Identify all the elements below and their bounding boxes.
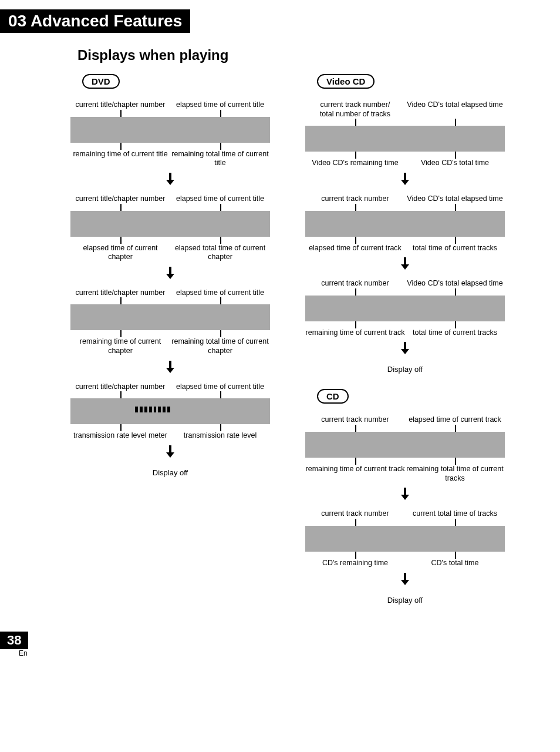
label: remaining time of current title xyxy=(70,150,170,168)
label: Video CD's total elapsed time xyxy=(405,194,505,204)
vcd-block1-bottom-labels: Video CD's remaining time Video CD's tot… xyxy=(305,159,505,168)
label: current total time of tracks xyxy=(405,509,505,519)
label: elapsed time of current title xyxy=(170,100,270,110)
section-title: Displays when playing xyxy=(77,47,560,63)
label: current track number/ total number of tr… xyxy=(305,100,405,119)
display-panel xyxy=(70,211,270,237)
down-arrow-icon xyxy=(65,266,276,284)
display-panel xyxy=(70,117,270,143)
vcd-block2-top-labels: current track number Video CD's total el… xyxy=(305,194,505,204)
label: current title/chapter number xyxy=(70,382,170,392)
down-arrow-icon xyxy=(299,572,511,590)
label: remaining total time of current tracks xyxy=(405,465,505,483)
label: current title/chapter number xyxy=(70,194,170,204)
display-panel xyxy=(305,126,505,152)
ticks xyxy=(305,237,505,244)
down-arrow-icon xyxy=(65,360,276,378)
dvd-block3-top-labels: current title/chapter number elapsed tim… xyxy=(70,288,270,298)
ticks xyxy=(70,110,270,117)
label: current track number xyxy=(305,509,405,519)
label: elapsed time of current title xyxy=(170,288,270,298)
label: current title/chapter number xyxy=(70,100,170,110)
label: elapsed time of current track xyxy=(405,415,505,425)
label: elapsed time of current chapter xyxy=(70,244,170,262)
label: current track number xyxy=(305,279,405,288)
content-columns: DVD current title/chapter number elapsed… xyxy=(0,74,560,620)
label: current title/chapter number xyxy=(70,288,170,298)
label: elapsed time of current title xyxy=(170,194,270,204)
ticks xyxy=(70,237,270,244)
label: remaining total time of current title xyxy=(170,150,270,168)
label: remaining time of current track xyxy=(305,328,405,338)
display-panel xyxy=(305,296,505,321)
ticks xyxy=(305,152,505,159)
label: CD's total time xyxy=(405,559,505,568)
down-arrow-icon xyxy=(65,172,276,190)
label: elapsed total time of current chapter xyxy=(170,244,270,262)
label: CD's remaining time xyxy=(305,559,405,568)
down-arrow-icon xyxy=(299,256,511,274)
label: total time of current tracks xyxy=(405,244,505,253)
right-column: Video CD current track number/ total num… xyxy=(299,74,511,608)
ticks xyxy=(305,204,505,211)
ticks xyxy=(70,424,270,431)
ticks xyxy=(305,425,505,432)
vcd-block2-bottom-labels: elapsed time of current track total time… xyxy=(305,244,505,253)
dvd-column: DVD current title/chapter number elapsed… xyxy=(65,74,276,481)
label: total time of current tracks xyxy=(405,328,505,338)
dvd-block1-bottom-labels: remaining time of current title remainin… xyxy=(70,150,270,168)
label: remaining total time of current chapter xyxy=(170,337,270,355)
label: Video CD's total elapsed time xyxy=(405,279,505,288)
cd-label: CD xyxy=(317,389,349,404)
display-panel xyxy=(305,211,505,237)
down-arrow-icon xyxy=(299,341,511,359)
ticks xyxy=(305,458,505,465)
label: Video CD's remaining time xyxy=(305,159,405,168)
display-panel-meter xyxy=(70,398,270,424)
dvd-block4-top-labels: current title/chapter number elapsed tim… xyxy=(70,382,270,392)
ticks xyxy=(305,552,505,559)
label: elapsed time of current title xyxy=(170,382,270,392)
down-arrow-icon xyxy=(299,172,511,190)
label: remaining time of current chapter xyxy=(70,337,170,355)
ticks xyxy=(70,330,270,337)
page-number: 38 xyxy=(0,632,28,649)
display-panel xyxy=(305,432,505,458)
ticks xyxy=(305,288,505,296)
videocd-label: Video CD xyxy=(317,74,375,89)
cd-block2-bottom-labels: CD's remaining time CD's total time xyxy=(305,559,505,568)
display-panel xyxy=(305,526,505,552)
display-off-label: Display off xyxy=(299,596,511,605)
display-off-label: Display off xyxy=(299,365,511,374)
display-panel xyxy=(70,304,270,330)
ticks xyxy=(70,143,270,150)
vcd-block3-top-labels: current track number Video CD's total el… xyxy=(305,279,505,288)
label: current track number xyxy=(305,415,405,425)
label: remaining time of current track xyxy=(305,465,405,483)
label: Video CD's total elapsed time xyxy=(405,100,505,119)
chapter-header: 03 Advanced Features xyxy=(0,9,190,33)
label: Video CD's total time xyxy=(405,159,505,168)
ticks xyxy=(70,391,270,398)
vcd-block3-bottom-labels: remaining time of current track total ti… xyxy=(305,328,505,338)
label: transmission rate level xyxy=(170,431,270,441)
cd-block1-bottom-labels: remaining time of current track remainin… xyxy=(305,465,505,483)
vcd-block1-top-labels: current track number/ total number of tr… xyxy=(305,100,505,119)
dvd-block2-top-labels: current title/chapter number elapsed tim… xyxy=(70,194,270,204)
ticks xyxy=(305,321,505,328)
cd-block1-top-labels: current track number elapsed time of cur… xyxy=(305,415,505,425)
display-off-label: Display off xyxy=(65,468,276,477)
level-meter-icon xyxy=(135,407,170,412)
dvd-label: DVD xyxy=(82,74,120,89)
label: transmission rate level meter xyxy=(70,431,170,441)
down-arrow-icon xyxy=(65,444,276,462)
cd-block2-top-labels: current track number current total time … xyxy=(305,509,505,519)
down-arrow-icon xyxy=(299,486,511,505)
dvd-block3-bottom-labels: remaining time of current chapter remain… xyxy=(70,337,270,355)
ticks xyxy=(70,297,270,304)
ticks xyxy=(305,119,505,126)
label: current track number xyxy=(305,194,405,204)
ticks xyxy=(70,204,270,211)
language-code: En xyxy=(0,649,560,657)
dvd-block4-bottom-labels: transmission rate level meter transmissi… xyxy=(70,431,270,441)
